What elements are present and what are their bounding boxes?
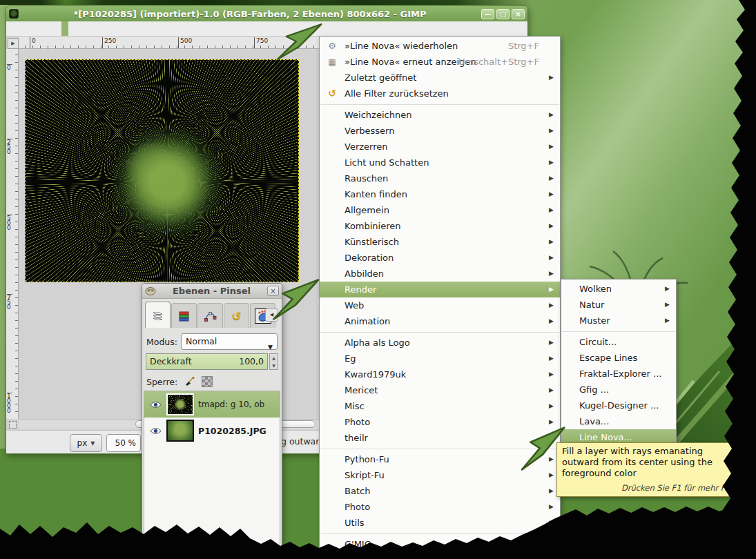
menu-item[interactable]: Abbilden ▶ (320, 266, 560, 282)
visibility-eye-icon[interactable] (144, 427, 166, 435)
menu-item[interactable]: »Line Nova« wiederholen Strg+F (320, 38, 560, 54)
visibility-eye-icon[interactable] (144, 401, 166, 409)
menu-item[interactable]: Circuit... (561, 334, 676, 350)
tab-layers[interactable] (145, 302, 171, 328)
submenu-arrow-icon: ▶ (549, 297, 554, 313)
menu-item[interactable]: Utils ▶ (320, 515, 560, 531)
opacity-slider[interactable]: Deckkraft 100,0 (146, 353, 268, 370)
layer-name[interactable]: tmapd: g 10, ob (198, 400, 264, 409)
submenu-arrow-icon: ▶ (549, 313, 554, 329)
submenu-arrow-icon: ▶ (549, 282, 554, 297)
menu-item[interactable]: Weichzeichnen ▶ (320, 107, 560, 123)
menubar-item[interactable] (41, 21, 48, 37)
quick-mask-toggle[interactable] (9, 421, 17, 429)
window-title: *[P1020285] (importiert)-1.0 (RGB-Farben… (19, 9, 481, 19)
menu-item[interactable]: theilr ▶ (320, 430, 560, 446)
menubar-item[interactable] (55, 21, 61, 37)
close-button[interactable]: × (512, 9, 525, 19)
opacity-spinner[interactable]: ▲▼ (269, 353, 278, 370)
menu-item[interactable]: Verzerren ▶ (320, 139, 560, 155)
menu-item[interactable]: Web ▶ (320, 297, 560, 313)
menubar-item[interactable] (61, 21, 68, 37)
line-nova-image[interactable] (25, 59, 299, 282)
menu-item[interactable]: Gfig ... (561, 382, 676, 398)
unit-dropdown[interactable]: px▼ (70, 434, 102, 452)
layer-row[interactable]: P1020285.JPG (144, 418, 280, 444)
submenu-arrow-icon: ▶ (549, 430, 554, 446)
wilber-icon (145, 286, 156, 295)
submenu-arrow-icon: ▶ (549, 107, 554, 123)
minimize-button[interactable]: — (481, 9, 494, 19)
opacity-label: Deckkraft (150, 356, 192, 366)
menu-item[interactable]: Allgemein ▶ (320, 202, 560, 218)
menu-item[interactable]: Render ▶ (320, 282, 560, 297)
menu-item[interactable]: Alpha als Logo ▶ (320, 335, 560, 351)
menu-item[interactable]: Lava... (561, 413, 676, 429)
paths-icon (204, 310, 217, 322)
filter-menu: »Line Nova« wiederholen Strg+F »Line Nov… (319, 36, 561, 558)
tab-channels[interactable] (171, 303, 197, 328)
menu-item[interactable]: Zuletzt geöffnet ▶ (320, 70, 560, 86)
menu-item[interactable]: Dekoration ▶ (320, 250, 560, 266)
menu-item[interactable]: Animation ▶ (320, 313, 560, 329)
menu-item[interactable]: Mericet ▶ (320, 382, 560, 398)
menu-item[interactable]: Rauschen ▶ (320, 170, 560, 186)
menu-item[interactable]: Misc ▶ (320, 398, 560, 414)
submenu-arrow-icon: ▶ (549, 170, 554, 186)
menu-item[interactable]: Batch ▶ (320, 483, 560, 499)
menubar-item[interactable] (20, 21, 27, 37)
menu-item[interactable]: Natur ▶ (561, 297, 676, 313)
tab-undo-history[interactable]: ↺ (224, 303, 249, 328)
menubar-item[interactable] (96, 21, 103, 37)
menu-item[interactable]: Künstlerisch ▶ (320, 234, 560, 250)
menubar-item[interactable] (75, 21, 82, 37)
menubar-item[interactable] (13, 21, 20, 37)
tab-menu-button[interactable]: ◀ (265, 308, 278, 322)
layer-thumbnail[interactable] (166, 393, 194, 415)
menu-item[interactable]: Fraktal-Explorer ... (561, 366, 676, 382)
menubar-item[interactable] (68, 21, 75, 37)
menubar-item[interactable] (82, 21, 89, 37)
layer-thumbnail[interactable] (166, 420, 194, 442)
zoom-level-field[interactable]: 50 % (106, 434, 141, 452)
layer-name[interactable]: P1020285.JPG (198, 426, 266, 436)
menu-item[interactable]: Photo ▶ (320, 414, 560, 430)
menu-item[interactable]: Skript-Fu ▶ (320, 467, 560, 483)
submenu-arrow-icon: ▶ (665, 313, 670, 328)
dialog-close-icon[interactable]: × (267, 286, 279, 296)
menu-item[interactable]: Alle Filter zurücksetzen (320, 86, 560, 101)
menubar-item[interactable] (89, 21, 96, 37)
lock-paint-brush-icon[interactable] (184, 376, 195, 387)
menu-separator (320, 332, 559, 333)
menu-item[interactable]: Muster ▶ (561, 313, 676, 328)
layers-dialog-titlebar[interactable]: Ebenen - Pinsel × (142, 284, 282, 299)
main-titlebar[interactable]: *[P1020285] (importiert)-1.0 (RGB-Farben… (6, 6, 527, 21)
layer-mode-dropdown[interactable]: Normal ▼ (181, 333, 278, 350)
menubar-item[interactable] (6, 21, 13, 37)
maximize-button[interactable]: □ (496, 9, 510, 19)
menu-item[interactable]: Verbessern ▶ (320, 123, 560, 139)
menu-item[interactable]: Licht und Schatten ▶ (320, 155, 560, 170)
submenu-arrow-icon: ▶ (665, 281, 670, 297)
dialog-tabs: ↺ (145, 302, 275, 328)
menu-item[interactable]: Kward1979uk ▶ (320, 366, 560, 382)
menu-item[interactable]: »Line Nova« erneut anzeigen Umschalt+Str… (320, 54, 560, 70)
menu-item[interactable]: Kombinieren ▶ (320, 218, 560, 234)
ruler-corner-button[interactable]: ▶ (8, 38, 19, 49)
menu-item[interactable]: Wolken ▶ (561, 281, 676, 297)
menubar-item[interactable] (34, 21, 41, 37)
layer-row[interactable]: tmapd: g 10, ob (144, 391, 280, 418)
menubar-item[interactable] (27, 21, 34, 37)
menu-item[interactable]: G'MIC... (320, 536, 560, 552)
tab-paths[interactable] (197, 303, 223, 328)
menu-item[interactable]: Python-Fu ▶ (320, 451, 560, 467)
menu-item[interactable]: Photo ▶ (320, 499, 560, 515)
menu-separator (320, 533, 559, 534)
menu-item[interactable]: Eg ▶ (320, 351, 560, 366)
menubar-item[interactable] (48, 21, 55, 37)
menu-item[interactable]: Escape Lines (561, 350, 676, 366)
lock-alpha-icon[interactable] (202, 376, 213, 387)
menu-item[interactable]: Kugel-Designer ... (561, 398, 676, 413)
menu-item[interactable]: Kanten finden ▶ (320, 186, 560, 202)
menu-separator (562, 331, 675, 332)
